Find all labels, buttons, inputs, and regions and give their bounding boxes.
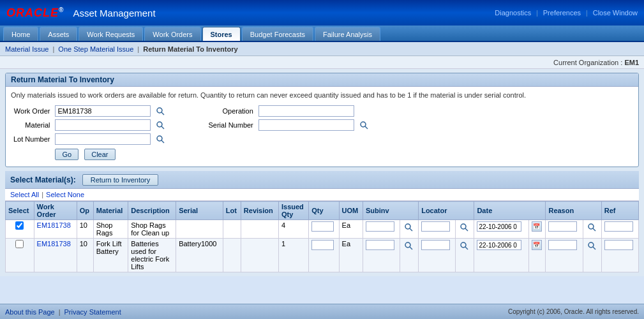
- row1-uom: Ea: [339, 220, 363, 239]
- form-row-1: Work Order: [11, 104, 371, 118]
- lot-number-input[interactable]: [55, 133, 151, 145]
- row2-qty-input[interactable]: [311, 240, 334, 250]
- row1-reason-input[interactable]: [548, 221, 577, 232]
- row1-calendar-icon[interactable]: 📅: [532, 221, 542, 232]
- tab-work-requests[interactable]: Work Requests: [79, 27, 143, 41]
- row2-work-order: EM181738: [34, 239, 77, 272]
- row1-subinv-search-icon[interactable]: [403, 221, 414, 233]
- row2-locator-search: [456, 239, 474, 272]
- breadcrumb-one-step[interactable]: One Step Material Issue: [58, 45, 133, 53]
- svg-line-17: [465, 247, 468, 249]
- svg-line-9: [410, 228, 412, 231]
- footer: About this Page | Privacy Statement Copy…: [0, 304, 644, 319]
- row1-work-order-link[interactable]: EM181738: [37, 221, 71, 229]
- select-none-link[interactable]: Select None: [46, 191, 84, 198]
- row1-locator-search-icon[interactable]: [458, 221, 470, 233]
- row1-subinv-cell: [363, 220, 400, 239]
- select-all-link[interactable]: Select All: [10, 191, 39, 198]
- serial-number-search-icon[interactable]: [358, 119, 370, 131]
- svg-point-6: [157, 136, 162, 141]
- row1-subinv-input[interactable]: [366, 221, 394, 232]
- row2-reason-input[interactable]: [548, 240, 577, 250]
- close-window-link[interactable]: Close Window: [593, 9, 638, 17]
- return-to-inventory-button[interactable]: Return to Inventory: [82, 174, 159, 186]
- tab-home[interactable]: Home: [3, 27, 38, 41]
- row2-material: Fork LiftBattery: [93, 239, 128, 272]
- row2-description: Batteriesused forelectric ForkLifts: [128, 239, 176, 272]
- row2-locator-input[interactable]: [421, 240, 450, 250]
- col-op: Op: [77, 202, 93, 220]
- row2-reason-search: [583, 239, 601, 272]
- table-row: EM181738 10 ShopRags Shop Ragsfor Clean …: [6, 220, 639, 239]
- select-materials-label: Select Material(s):: [10, 175, 76, 184]
- work-order-input[interactable]: [55, 105, 151, 117]
- col-locator: Locator: [419, 202, 474, 220]
- row2-reason-search-icon[interactable]: [586, 240, 597, 251]
- row1-locator-input[interactable]: [421, 221, 450, 232]
- row1-checkbox[interactable]: [15, 221, 24, 230]
- work-order-search-icon[interactable]: [154, 105, 166, 117]
- svg-line-13: [593, 228, 595, 231]
- breadcrumb-current: Return Material To Inventory: [143, 45, 237, 53]
- svg-line-19: [593, 247, 595, 249]
- svg-point-12: [588, 224, 594, 229]
- tab-failure-analysis[interactable]: Failure Analysis: [315, 27, 380, 41]
- tab-stores[interactable]: Stores: [202, 27, 241, 41]
- row2-checkbox[interactable]: [15, 240, 24, 248]
- tab-work-orders[interactable]: Work Orders: [144, 27, 200, 41]
- material-input[interactable]: [55, 119, 151, 131]
- work-order-label: Work Order: [11, 104, 52, 118]
- copyright: Copyright (c) 2006, Oracle. All rights r…: [508, 308, 639, 315]
- row2-ref-input[interactable]: [604, 240, 633, 250]
- return-material-section: Return Material To Inventory Only materi…: [5, 73, 639, 167]
- go-button[interactable]: Go: [55, 149, 79, 160]
- row1-date-input[interactable]: [477, 221, 521, 232]
- col-uom: UOM: [339, 202, 363, 220]
- row1-qty-cell: [309, 220, 339, 239]
- row1-qty-input[interactable]: [311, 221, 334, 232]
- header-links: Diagnostics | Preferences | Close Window: [495, 9, 638, 17]
- row1-date-cell: [474, 220, 528, 239]
- row2-calendar-icon[interactable]: 📅: [532, 240, 542, 250]
- row1-lot: [223, 220, 241, 239]
- row2-date-input[interactable]: [477, 240, 521, 250]
- tab-assets[interactable]: Assets: [40, 27, 77, 41]
- col-serial: Serial: [176, 202, 223, 220]
- col-lot: Lot: [223, 202, 241, 220]
- col-issued-qty: IssuedQty: [278, 202, 308, 220]
- row1-subinv-search: [400, 220, 419, 239]
- main-content: Return Material To Inventory Only materi…: [0, 69, 644, 276]
- row1-ref-input[interactable]: [604, 221, 633, 232]
- operation-input[interactable]: [258, 105, 354, 117]
- row2-issued-qty: 1: [278, 239, 308, 272]
- svg-point-10: [461, 224, 466, 229]
- material-label: Material: [11, 118, 52, 132]
- row1-date-cal: 📅: [528, 220, 546, 239]
- row2-subinv-cell: [363, 239, 400, 272]
- serial-number-input[interactable]: [258, 119, 354, 131]
- col-work-order: WorkOrder: [34, 202, 77, 220]
- breadcrumb-material-issue[interactable]: Material Issue: [5, 45, 49, 53]
- row1-locator-cell: [419, 220, 456, 239]
- row2-locator-search-icon[interactable]: [458, 240, 470, 251]
- preferences-link[interactable]: Preferences: [543, 9, 581, 17]
- row2-subinv-input[interactable]: [366, 240, 394, 250]
- clear-button[interactable]: Clear: [84, 149, 115, 160]
- select-links: Select All | Select None: [5, 189, 639, 201]
- row2-subinv-search-icon[interactable]: [403, 240, 414, 251]
- material-search-icon[interactable]: [154, 119, 166, 131]
- materials-table: Select WorkOrder Op Material Description…: [5, 201, 639, 272]
- section-content: Only materials issued to work orders are…: [6, 87, 638, 167]
- privacy-statement-link[interactable]: Privacy Statement: [64, 308, 121, 316]
- about-page-link[interactable]: About this Page: [5, 308, 55, 316]
- diagnostics-link[interactable]: Diagnostics: [495, 9, 531, 17]
- tab-budget-forecasts[interactable]: Budget Forecasts: [242, 27, 313, 41]
- row2-work-order-link[interactable]: EM181738: [37, 240, 71, 248]
- lot-number-search-icon[interactable]: [154, 133, 166, 145]
- row2-date-cal: 📅: [528, 239, 546, 272]
- form-row-2: Material: [11, 118, 371, 132]
- select-materials-bar: Select Material(s): Return to Inventory: [5, 171, 639, 189]
- row1-reason-search-icon[interactable]: [586, 221, 597, 233]
- row2-subinv-search: [400, 239, 419, 272]
- header: ORACLE® Asset Management Diagnostics | P…: [0, 0, 644, 26]
